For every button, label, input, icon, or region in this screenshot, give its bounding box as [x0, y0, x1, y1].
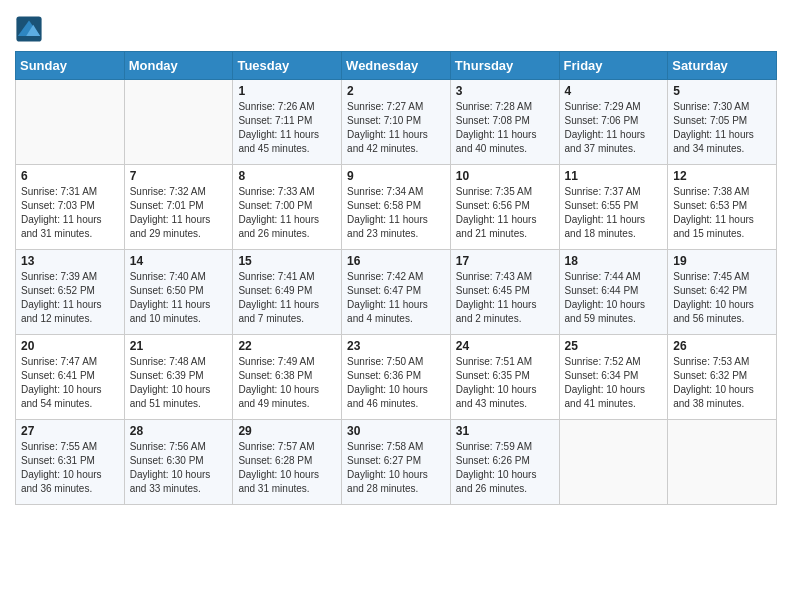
- day-number: 8: [238, 169, 336, 183]
- day-info: Sunrise: 7:27 AMSunset: 7:10 PMDaylight:…: [347, 100, 445, 156]
- day-number: 5: [673, 84, 771, 98]
- calendar-week-row: 1Sunrise: 7:26 AMSunset: 7:11 PMDaylight…: [16, 80, 777, 165]
- header-wednesday: Wednesday: [342, 52, 451, 80]
- logo: [15, 15, 47, 43]
- day-info: Sunrise: 7:42 AMSunset: 6:47 PMDaylight:…: [347, 270, 445, 326]
- calendar-cell: 13Sunrise: 7:39 AMSunset: 6:52 PMDayligh…: [16, 250, 125, 335]
- day-number: 18: [565, 254, 663, 268]
- day-number: 24: [456, 339, 554, 353]
- day-number: 10: [456, 169, 554, 183]
- day-info: Sunrise: 7:28 AMSunset: 7:08 PMDaylight:…: [456, 100, 554, 156]
- calendar-cell: 20Sunrise: 7:47 AMSunset: 6:41 PMDayligh…: [16, 335, 125, 420]
- header-sunday: Sunday: [16, 52, 125, 80]
- day-number: 3: [456, 84, 554, 98]
- day-number: 27: [21, 424, 119, 438]
- day-number: 13: [21, 254, 119, 268]
- day-info: Sunrise: 7:47 AMSunset: 6:41 PMDaylight:…: [21, 355, 119, 411]
- header-thursday: Thursday: [450, 52, 559, 80]
- calendar-cell: 29Sunrise: 7:57 AMSunset: 6:28 PMDayligh…: [233, 420, 342, 505]
- calendar-week-row: 6Sunrise: 7:31 AMSunset: 7:03 PMDaylight…: [16, 165, 777, 250]
- day-number: 26: [673, 339, 771, 353]
- calendar-cell: [668, 420, 777, 505]
- day-info: Sunrise: 7:53 AMSunset: 6:32 PMDaylight:…: [673, 355, 771, 411]
- calendar-table: Sunday Monday Tuesday Wednesday Thursday…: [15, 51, 777, 505]
- day-info: Sunrise: 7:29 AMSunset: 7:06 PMDaylight:…: [565, 100, 663, 156]
- day-number: 22: [238, 339, 336, 353]
- day-info: Sunrise: 7:58 AMSunset: 6:27 PMDaylight:…: [347, 440, 445, 496]
- day-info: Sunrise: 7:26 AMSunset: 7:11 PMDaylight:…: [238, 100, 336, 156]
- day-number: 2: [347, 84, 445, 98]
- calendar-page: Sunday Monday Tuesday Wednesday Thursday…: [0, 0, 792, 612]
- header-friday: Friday: [559, 52, 668, 80]
- calendar-cell: 6Sunrise: 7:31 AMSunset: 7:03 PMDaylight…: [16, 165, 125, 250]
- day-info: Sunrise: 7:49 AMSunset: 6:38 PMDaylight:…: [238, 355, 336, 411]
- day-info: Sunrise: 7:30 AMSunset: 7:05 PMDaylight:…: [673, 100, 771, 156]
- logo-icon: [15, 15, 43, 43]
- day-info: Sunrise: 7:32 AMSunset: 7:01 PMDaylight:…: [130, 185, 228, 241]
- day-info: Sunrise: 7:59 AMSunset: 6:26 PMDaylight:…: [456, 440, 554, 496]
- calendar-header: Sunday Monday Tuesday Wednesday Thursday…: [16, 52, 777, 80]
- calendar-cell: 25Sunrise: 7:52 AMSunset: 6:34 PMDayligh…: [559, 335, 668, 420]
- day-number: 30: [347, 424, 445, 438]
- day-number: 1: [238, 84, 336, 98]
- day-info: Sunrise: 7:34 AMSunset: 6:58 PMDaylight:…: [347, 185, 445, 241]
- calendar-cell: 27Sunrise: 7:55 AMSunset: 6:31 PMDayligh…: [16, 420, 125, 505]
- calendar-cell: 31Sunrise: 7:59 AMSunset: 6:26 PMDayligh…: [450, 420, 559, 505]
- calendar-cell: 7Sunrise: 7:32 AMSunset: 7:01 PMDaylight…: [124, 165, 233, 250]
- calendar-cell: 19Sunrise: 7:45 AMSunset: 6:42 PMDayligh…: [668, 250, 777, 335]
- day-number: 21: [130, 339, 228, 353]
- day-info: Sunrise: 7:41 AMSunset: 6:49 PMDaylight:…: [238, 270, 336, 326]
- calendar-cell: 28Sunrise: 7:56 AMSunset: 6:30 PMDayligh…: [124, 420, 233, 505]
- calendar-week-row: 27Sunrise: 7:55 AMSunset: 6:31 PMDayligh…: [16, 420, 777, 505]
- day-info: Sunrise: 7:39 AMSunset: 6:52 PMDaylight:…: [21, 270, 119, 326]
- calendar-cell: 9Sunrise: 7:34 AMSunset: 6:58 PMDaylight…: [342, 165, 451, 250]
- day-info: Sunrise: 7:51 AMSunset: 6:35 PMDaylight:…: [456, 355, 554, 411]
- calendar-cell: 5Sunrise: 7:30 AMSunset: 7:05 PMDaylight…: [668, 80, 777, 165]
- day-number: 31: [456, 424, 554, 438]
- day-number: 6: [21, 169, 119, 183]
- calendar-cell: 10Sunrise: 7:35 AMSunset: 6:56 PMDayligh…: [450, 165, 559, 250]
- calendar-cell: 23Sunrise: 7:50 AMSunset: 6:36 PMDayligh…: [342, 335, 451, 420]
- day-info: Sunrise: 7:43 AMSunset: 6:45 PMDaylight:…: [456, 270, 554, 326]
- day-info: Sunrise: 7:44 AMSunset: 6:44 PMDaylight:…: [565, 270, 663, 326]
- calendar-cell: 26Sunrise: 7:53 AMSunset: 6:32 PMDayligh…: [668, 335, 777, 420]
- header-monday: Monday: [124, 52, 233, 80]
- day-number: 20: [21, 339, 119, 353]
- day-number: 7: [130, 169, 228, 183]
- calendar-cell: 4Sunrise: 7:29 AMSunset: 7:06 PMDaylight…: [559, 80, 668, 165]
- calendar-cell: [16, 80, 125, 165]
- calendar-cell: 18Sunrise: 7:44 AMSunset: 6:44 PMDayligh…: [559, 250, 668, 335]
- calendar-cell: 1Sunrise: 7:26 AMSunset: 7:11 PMDaylight…: [233, 80, 342, 165]
- calendar-cell: 30Sunrise: 7:58 AMSunset: 6:27 PMDayligh…: [342, 420, 451, 505]
- day-number: 15: [238, 254, 336, 268]
- calendar-cell: 15Sunrise: 7:41 AMSunset: 6:49 PMDayligh…: [233, 250, 342, 335]
- day-info: Sunrise: 7:52 AMSunset: 6:34 PMDaylight:…: [565, 355, 663, 411]
- calendar-cell: 24Sunrise: 7:51 AMSunset: 6:35 PMDayligh…: [450, 335, 559, 420]
- day-info: Sunrise: 7:48 AMSunset: 6:39 PMDaylight:…: [130, 355, 228, 411]
- day-info: Sunrise: 7:40 AMSunset: 6:50 PMDaylight:…: [130, 270, 228, 326]
- day-number: 11: [565, 169, 663, 183]
- header-tuesday: Tuesday: [233, 52, 342, 80]
- day-number: 23: [347, 339, 445, 353]
- day-number: 16: [347, 254, 445, 268]
- calendar-cell: [559, 420, 668, 505]
- calendar-cell: [124, 80, 233, 165]
- header-row: Sunday Monday Tuesday Wednesday Thursday…: [16, 52, 777, 80]
- calendar-cell: 22Sunrise: 7:49 AMSunset: 6:38 PMDayligh…: [233, 335, 342, 420]
- calendar-cell: 21Sunrise: 7:48 AMSunset: 6:39 PMDayligh…: [124, 335, 233, 420]
- day-info: Sunrise: 7:37 AMSunset: 6:55 PMDaylight:…: [565, 185, 663, 241]
- day-number: 9: [347, 169, 445, 183]
- day-number: 28: [130, 424, 228, 438]
- day-number: 4: [565, 84, 663, 98]
- day-number: 14: [130, 254, 228, 268]
- day-number: 25: [565, 339, 663, 353]
- calendar-week-row: 20Sunrise: 7:47 AMSunset: 6:41 PMDayligh…: [16, 335, 777, 420]
- header: [15, 10, 777, 43]
- calendar-cell: 3Sunrise: 7:28 AMSunset: 7:08 PMDaylight…: [450, 80, 559, 165]
- day-info: Sunrise: 7:33 AMSunset: 7:00 PMDaylight:…: [238, 185, 336, 241]
- day-info: Sunrise: 7:50 AMSunset: 6:36 PMDaylight:…: [347, 355, 445, 411]
- calendar-week-row: 13Sunrise: 7:39 AMSunset: 6:52 PMDayligh…: [16, 250, 777, 335]
- day-info: Sunrise: 7:38 AMSunset: 6:53 PMDaylight:…: [673, 185, 771, 241]
- day-info: Sunrise: 7:55 AMSunset: 6:31 PMDaylight:…: [21, 440, 119, 496]
- calendar-cell: 2Sunrise: 7:27 AMSunset: 7:10 PMDaylight…: [342, 80, 451, 165]
